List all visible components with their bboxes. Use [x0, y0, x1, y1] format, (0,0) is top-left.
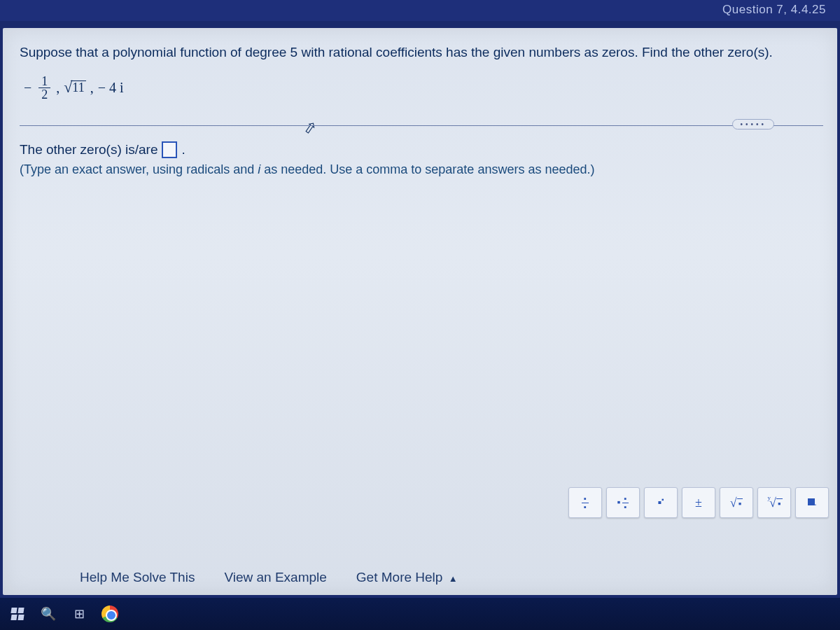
caret-up-icon: ▲ [449, 573, 458, 584]
comma: , [90, 80, 94, 96]
expand-pill[interactable]: ••••• [732, 119, 774, 130]
get-more-help-link[interactable]: Get More Help ▲ [356, 570, 458, 585]
answer-line: The other zero(s) is/are . [20, 141, 823, 158]
fraction-denominator: 2 [38, 88, 50, 101]
exponent-button[interactable]: ▪▪ [644, 487, 678, 518]
plus-minus-icon: ± [695, 496, 702, 510]
windows-icon [11, 608, 24, 620]
fraction-numerator: 1 [38, 75, 50, 88]
answer-suffix: . [181, 142, 185, 158]
answer-hint: (Type an exact answer, using radicals an… [20, 162, 823, 177]
nth-root-button[interactable]: y√▪ [757, 487, 791, 518]
start-button[interactable] [7, 603, 28, 624]
sqrt-button[interactable]: √▪ [720, 487, 753, 518]
question-label: Question 7, 4.4.25 [722, 3, 826, 16]
comma: , [56, 80, 59, 96]
divider-line [20, 125, 823, 126]
taskbar: 🔍 ⊞ [0, 598, 840, 630]
get-more-help-label: Get More Help [356, 570, 443, 584]
fraction-button[interactable]: ▪▪ [568, 487, 602, 518]
answer-prefix: The other zero(s) is/are [20, 142, 158, 158]
chrome-button[interactable] [99, 603, 120, 624]
chrome-icon [102, 606, 118, 622]
negative-sign: − [24, 80, 31, 96]
more-button[interactable]: . [795, 487, 829, 518]
question-header: Question 7, 4.4.25 [0, 0, 840, 21]
task-view-icon: ⊞ [74, 606, 85, 622]
question-prompt: Suppose that a polynomial function of de… [20, 43, 823, 62]
radical-arg: 11 [71, 80, 85, 95]
mixed-number-button[interactable]: ▪▪▪ [606, 487, 640, 518]
help-row: Help Me Solve This View an Example Get M… [80, 570, 458, 585]
hint-open: (Type an exact answer, using radicals an… [20, 162, 258, 176]
view-example-link[interactable]: View an Example [224, 570, 326, 585]
task-view-button[interactable]: ⊞ [69, 603, 90, 624]
search-button[interactable]: 🔍 [38, 603, 59, 624]
given-zeros: − 1 2 , √ 11 , − 4 i [24, 75, 823, 101]
minus-4i: − 4 i [98, 80, 124, 96]
fraction-one-half: 1 2 [38, 75, 50, 101]
answer-input[interactable] [162, 141, 177, 158]
sqrt-11: √ 11 [64, 78, 85, 97]
help-me-solve-link[interactable]: Help Me Solve This [80, 570, 195, 585]
search-icon: 🔍 [41, 606, 56, 622]
plus-minus-button[interactable]: ± [682, 487, 715, 518]
hint-rest: as needed. Use a comma to separate answe… [260, 162, 594, 176]
section-divider: ••••• [20, 119, 823, 132]
question-panel: Suppose that a polynomial function of de… [3, 28, 837, 595]
math-toolbar: ▪▪ ▪▪▪ ▪▪ ± √▪ y√▪ . [568, 487, 829, 518]
